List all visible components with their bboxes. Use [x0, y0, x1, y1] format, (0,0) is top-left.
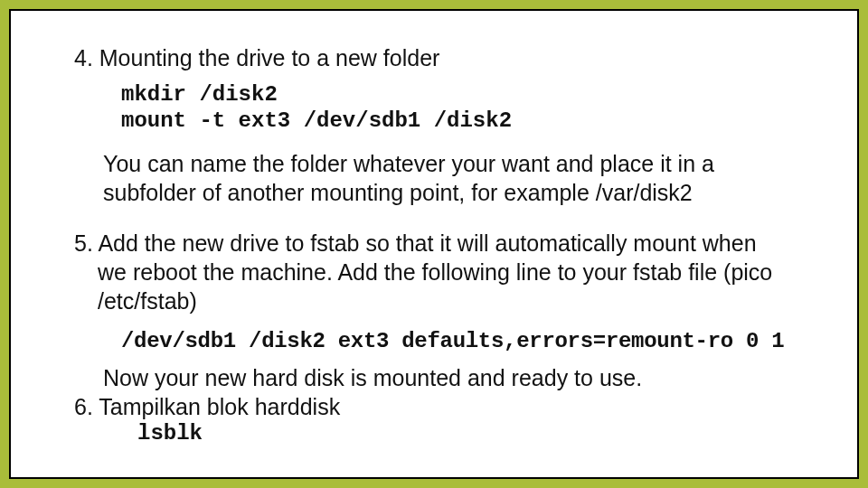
step-5-code: /dev/sdb1 /disk2 ext3 defaults,errors=re… [121, 328, 805, 354]
step-5-text: 5. Add the new drive to fstab so that it… [74, 229, 805, 315]
step-5-note: Now your new hard disk is mounted and re… [103, 363, 805, 392]
step-5-line1: 5. Add the new drive to fstab so that it… [74, 229, 805, 258]
step-6-code: lsblk [137, 421, 805, 447]
step-4-heading: 4. Mounting the drive to a new folder [74, 43, 805, 72]
step-6-heading: 6. Tampilkan blok harddisk [74, 392, 805, 421]
slide-frame: 4. Mounting the drive to a new folder mk… [9, 9, 859, 479]
step-5-rest: we reboot the machine. Add the following… [98, 258, 805, 315]
step-4-code: mkdir /disk2 mount -t ext3 /dev/sdb1 /di… [121, 81, 805, 135]
step-4-note: You can name the folder whatever your wa… [103, 149, 805, 207]
